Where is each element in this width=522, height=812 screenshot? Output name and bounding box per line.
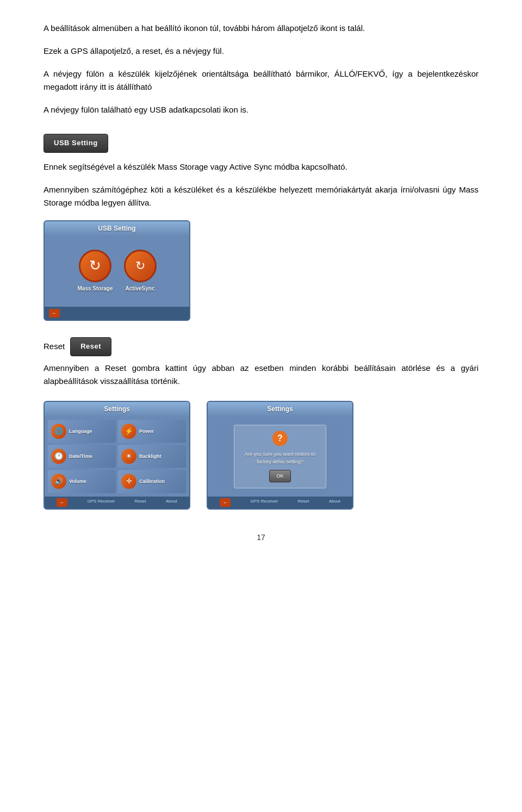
language-icon: 🌐 xyxy=(51,424,66,439)
reset-label: Reset xyxy=(44,340,65,353)
volume-icon: 🔊 xyxy=(51,474,66,489)
question-icon: ? xyxy=(272,431,288,446)
settings-item-datetime: 🕐 Date/Time xyxy=(48,445,116,468)
activesync-box: ↻ ActiveSync xyxy=(124,250,157,293)
nav-tab-gps: GPS Receiver xyxy=(88,498,115,507)
reset-button[interactable]: Reset xyxy=(70,337,111,356)
page-footer: 17 xyxy=(44,531,478,543)
paragraph-1: A beállítások almenüben a hat beállító i… xyxy=(44,22,478,35)
settings-screenshot-left: Settings 🌐 Language ⚡ Power 🕐 Date/Time … xyxy=(44,401,190,510)
mass-storage-box: ↻ Mass Storage xyxy=(77,250,113,293)
calibration-label: Calibration xyxy=(139,478,165,485)
settings-grid: 🌐 Language ⚡ Power 🕐 Date/Time ☀ Backlig… xyxy=(45,417,189,497)
nav-tab-about-right: About xyxy=(329,498,340,507)
power-icon: ⚡ xyxy=(121,424,136,439)
nav-back-arrow: ← xyxy=(49,309,60,318)
volume-label: Volume xyxy=(69,478,86,485)
mass-storage-icon: ↻ xyxy=(79,250,111,282)
nav-tab-reset-right: Reset xyxy=(298,498,309,507)
settings-title-left: Settings xyxy=(45,402,189,417)
nav-tab-about: About xyxy=(166,498,177,507)
settings-item-volume: 🔊 Volume xyxy=(48,470,116,493)
settings-item-calibration: ✛ Calibration xyxy=(118,470,186,493)
confirm-screenshot: Settings ? Are you sure you want restore… xyxy=(207,401,353,510)
settings-nav-bar-left: ← GPS Receiver Reset About xyxy=(45,497,189,509)
settings-back-arrow: ← xyxy=(57,498,67,507)
paragraph-3: A névjegy fülön a készülék kijelzőjének … xyxy=(44,67,478,94)
usb-screenshot-title: USB Setting xyxy=(45,221,189,236)
settings-item-power: ⚡ Power xyxy=(118,420,186,443)
confirm-dialog: ? Are you sure you want restore to facto… xyxy=(234,425,326,488)
paragraph-6: Amennyiben számítógéphez köti a készülék… xyxy=(44,183,478,209)
confirm-back-arrow: ← xyxy=(220,498,231,507)
usb-icons-row: ↻ Mass Storage ↻ ActiveSync xyxy=(77,250,156,293)
usb-screenshot: USB Setting ↻ Mass Storage ↻ ActiveSync … xyxy=(44,220,190,321)
confirm-ok-button[interactable]: OK xyxy=(269,470,290,482)
datetime-label: Date/Time xyxy=(69,453,92,460)
power-label: Power xyxy=(139,427,154,435)
settings-title-right: Settings xyxy=(208,402,352,417)
confirm-text: Are you sure you want restore to factory… xyxy=(242,450,318,466)
backlight-icon: ☀ xyxy=(121,449,136,464)
usb-nav-bar: ← xyxy=(45,307,189,320)
calibration-icon: ✛ xyxy=(121,474,136,489)
usb-screenshot-content: ↻ Mass Storage ↻ ActiveSync xyxy=(45,236,189,307)
datetime-icon: 🕐 xyxy=(51,449,66,464)
nav-tab-reset: Reset xyxy=(135,498,146,507)
language-label: Language xyxy=(69,427,92,435)
paragraph-2: Ezek a GPS állapotjelző, a reset, és a n… xyxy=(44,45,478,58)
settings-item-language: 🌐 Language xyxy=(48,420,116,443)
page-number: 17 xyxy=(257,533,265,542)
settings-item-backlight: ☀ Backlight xyxy=(118,445,186,468)
reset-section-header: Reset Reset xyxy=(44,337,478,356)
paragraph-5: Ennek segítségével a készülék Mass Stora… xyxy=(44,160,478,173)
activesync-label: ActiveSync xyxy=(126,284,155,293)
backlight-label: Backlight xyxy=(139,453,161,460)
paragraph-4: A névjegy fülön található egy USB adatka… xyxy=(44,103,478,116)
mass-storage-label: Mass Storage xyxy=(77,284,113,293)
paragraph-7: Amennyiben a Reset gombra kattint úgy ab… xyxy=(44,362,478,388)
usb-setting-button[interactable]: USB Setting xyxy=(44,134,108,153)
nav-tab-gps-right: GPS Receiver xyxy=(251,498,278,507)
confirm-buttons: OK xyxy=(269,470,290,482)
activesync-icon: ↻ xyxy=(124,250,157,282)
settings-screenshots-row: Settings 🌐 Language ⚡ Power 🕐 Date/Time … xyxy=(44,401,478,510)
settings-nav-bar-right: ← GPS Receiver Reset About xyxy=(208,497,352,509)
confirm-content: ? Are you sure you want restore to facto… xyxy=(208,417,352,497)
